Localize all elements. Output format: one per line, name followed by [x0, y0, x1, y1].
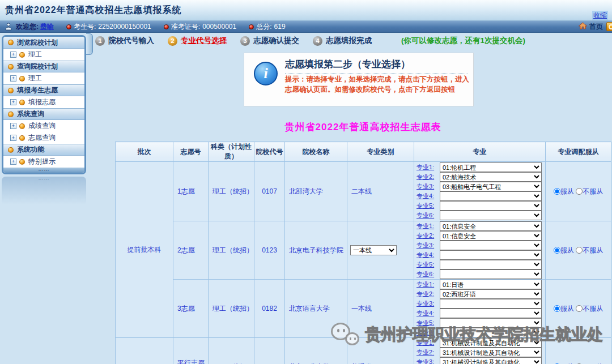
major-3-label[interactable]: 专业3: [416, 182, 440, 191]
sidebar-section-query-plan[interactable]: 查询院校计划 [3, 61, 84, 72]
home-link[interactable]: 首页 [589, 22, 603, 32]
expand-icon[interactable]: + [10, 135, 16, 141]
major-4-select[interactable] [440, 309, 542, 318]
major-5-label[interactable]: 专业5: [416, 260, 440, 269]
app-titlebar: 贵州省2022年普通高校招生志愿填报系统 [0, 0, 612, 21]
refuse-label[interactable]: 不服从 [583, 305, 603, 312]
expand-icon[interactable]: + [10, 52, 16, 58]
bullet-icon [19, 159, 25, 165]
refuse-label[interactable]: 不服从 [583, 187, 603, 195]
step-1-college-code[interactable]: 1 院校代号输入 [95, 36, 154, 46]
sidebar-item-ligong-browse[interactable]: + 理工 [3, 49, 84, 61]
step-4-complete[interactable]: 4 志愿填报完成 [313, 36, 372, 46]
major-5-select[interactable] [440, 318, 542, 328]
major-6-select[interactable] [440, 328, 542, 337]
major-3-select[interactable]: 31:机械设计制造及其自动化 [440, 357, 542, 364]
header-batch: 批次 [116, 142, 173, 162]
major-6-label[interactable]: 专业6: [416, 270, 440, 279]
username-link[interactable]: 费喻 [40, 22, 54, 32]
refuse-label[interactable]: 不服从 [583, 246, 603, 254]
sidebar-section-fill-volunteer[interactable]: 填报考生志愿 [3, 84, 84, 96]
obey-cell: 服从 不服从 [546, 338, 611, 364]
obey-radio[interactable] [554, 305, 560, 312]
expand-icon[interactable]: + [10, 159, 16, 165]
major-3-select[interactable] [440, 299, 542, 309]
major-3-label[interactable]: 专业3: [416, 299, 440, 308]
step-2-major-code[interactable]: 2 专业代号选择 [168, 36, 227, 46]
major-5-label[interactable]: 专业5: [416, 319, 440, 327]
sidebar-section-browse-plan[interactable]: 浏览院校计划 [3, 37, 84, 49]
major-3-select[interactable] [440, 241, 542, 250]
exam-ticket-value: 000500001 [202, 23, 236, 31]
expand-icon[interactable]: + [10, 75, 16, 82]
header-major: 专业 [414, 142, 546, 162]
sidebar-section-label: 查询院校计划 [17, 62, 58, 71]
majors-cell: 专业1:01:信息安全 专业2:01:信息安全 专业3: 专业4: 专业5: 专… [414, 221, 546, 280]
sidebar-section-system-function[interactable]: 系统功能 [3, 144, 84, 156]
major-3-label[interactable]: 专业3: [416, 241, 440, 250]
expand-icon[interactable]: + [10, 123, 16, 129]
obey-label[interactable]: 服从 [560, 246, 574, 254]
major-6-select[interactable] [440, 269, 542, 279]
sidebar-section-system-query[interactable]: 系统查询 [3, 108, 84, 120]
major-4-label[interactable]: 专业4: [416, 192, 440, 200]
key-icon[interactable] [606, 22, 612, 31]
major-2-label[interactable]: 专业2: [416, 348, 440, 357]
major-1-select[interactable]: 01:信息安全 [440, 221, 542, 231]
refuse-radio[interactable] [576, 305, 583, 312]
major-6-label[interactable]: 专业6: [416, 211, 440, 220]
table-row: 2志愿 理工（统招） 0123 北京电子科技学院 一本线 专业1:01:信息安全… [116, 221, 611, 280]
major-1-label[interactable]: 专业1: [416, 222, 440, 230]
major-2-select[interactable]: 02:西班牙语 [440, 289, 542, 299]
major-4-label[interactable]: 专业4: [416, 309, 440, 318]
volunteer-no-cell: 1志愿 [173, 162, 209, 221]
sidebar-item-ligong-query[interactable]: + 理工 [3, 72, 84, 84]
major-1-label[interactable]: 专业1: [416, 163, 440, 172]
major-5-label[interactable]: 专业5: [416, 202, 440, 210]
major-category-select[interactable]: 一本线 [350, 245, 397, 255]
major-3-select[interactable]: 03:船舶电子电气工程 [440, 182, 542, 191]
step-3-confirm-submit[interactable]: 3 志愿确认提交 [240, 36, 299, 46]
sidebar-collapse-tab[interactable] [86, 33, 93, 55]
candidate-number-label: 考生号: [74, 22, 96, 32]
major-4-label[interactable]: 专业4: [416, 251, 440, 259]
major-2-label[interactable]: 专业2: [416, 290, 440, 298]
refuse-radio[interactable] [576, 247, 583, 254]
obey-label[interactable]: 服从 [560, 187, 574, 195]
major-2-select[interactable]: 31:机械设计制造及其自动化 [440, 348, 542, 357]
major-category-cell: 一本线 [347, 280, 414, 338]
major-4-select[interactable] [440, 250, 542, 260]
major-5-select[interactable] [440, 201, 542, 211]
sidebar-item-label: 填报志愿 [28, 97, 56, 107]
obey-label[interactable]: 服从 [560, 305, 574, 312]
refuse-radio[interactable] [576, 188, 583, 195]
major-1-select[interactable]: 01:日语 [440, 280, 542, 289]
expand-icon[interactable]: + [10, 99, 16, 105]
obey-radio[interactable] [554, 247, 560, 254]
info-box-hint: 提示：请选择专业，如果选择完成，请点击下方按钮，进入志愿确认页面。如需修改院校代… [285, 74, 472, 95]
major-6-select[interactable] [440, 211, 542, 220]
bullet-icon [19, 76, 25, 82]
subject-type-cell: 理工（统招） [209, 280, 254, 338]
sidebar-item-volunteer-query[interactable]: + 志愿查询 [3, 132, 84, 144]
major-3-label[interactable]: 专业3: [416, 358, 440, 364]
major-1-select[interactable]: 01:轮机工程 [440, 162, 542, 172]
step-4-circle: 4 [313, 36, 322, 46]
major-2-select[interactable]: 02:航海技术 [440, 172, 542, 182]
major-1-label[interactable]: 专业1: [416, 339, 440, 347]
sidebar-item-score-query[interactable]: + 成绩查询 [3, 120, 84, 132]
major-2-label[interactable]: 专业2: [416, 232, 440, 240]
sidebar-item-fill-volunteer[interactable]: + 填报志愿 [3, 96, 84, 108]
sidebar-collapse-link[interactable]: 收缩 [592, 11, 608, 20]
sidebar-resize-handle[interactable]: ⋯⋯ [3, 168, 84, 173]
major-1-label[interactable]: 专业1: [416, 280, 440, 289]
bullet-icon [8, 112, 14, 117]
obey-radio[interactable] [554, 188, 560, 195]
major-1-select[interactable]: 31:机械设计制造及其自动化 [440, 338, 542, 348]
sidebar-item-special-tips[interactable]: + 特别提示 [3, 156, 84, 168]
major-2-label[interactable]: 专业2: [416, 173, 440, 181]
major-2-select[interactable]: 01:信息安全 [440, 231, 542, 241]
major-4-select[interactable] [440, 191, 542, 201]
major-5-select[interactable] [440, 260, 542, 269]
major-6-label[interactable]: 专业6: [416, 328, 440, 337]
